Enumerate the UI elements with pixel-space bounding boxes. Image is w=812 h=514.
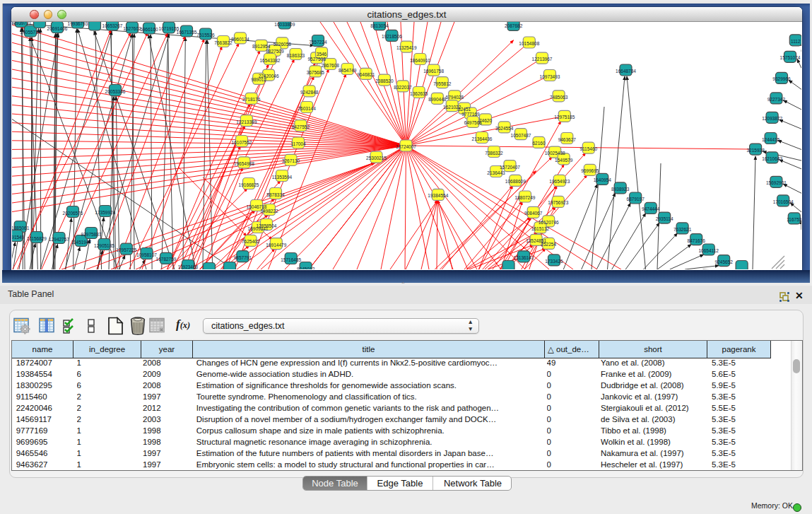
svg-text:9245652: 9245652 bbox=[715, 259, 734, 264]
svg-text:16107552: 16107552 bbox=[232, 140, 252, 145]
svg-text:25300215: 25300215 bbox=[366, 156, 387, 160]
svg-text:8186323: 8186323 bbox=[287, 53, 305, 58]
svg-text:10653267: 10653267 bbox=[102, 23, 123, 28]
svg-text:3546: 3546 bbox=[317, 52, 327, 57]
svg-text:12905185: 12905185 bbox=[94, 243, 114, 248]
svg-text:11923468: 11923468 bbox=[178, 264, 199, 269]
svg-text:19654923: 19654923 bbox=[549, 179, 570, 184]
svg-text:2867608: 2867608 bbox=[322, 63, 340, 68]
svg-text:62160: 62160 bbox=[532, 141, 545, 146]
svg-text:8938923: 8938923 bbox=[611, 187, 630, 192]
svg-text:117004: 117004 bbox=[290, 141, 306, 146]
svg-text:19654988: 19654988 bbox=[234, 161, 254, 166]
svg-text:19936793: 19936793 bbox=[68, 22, 88, 26]
svg-text:2935114: 2935114 bbox=[656, 216, 673, 221]
svg-text:17957225: 17957225 bbox=[116, 247, 136, 252]
svg-text:2136443: 2136443 bbox=[487, 170, 505, 175]
svg-text:10654112: 10654112 bbox=[698, 248, 719, 253]
svg-text:1885061: 1885061 bbox=[12, 226, 30, 230]
svg-text:12213967: 12213967 bbox=[532, 57, 553, 62]
svg-text:19166825: 19166825 bbox=[239, 182, 259, 187]
svg-text:8813054: 8813054 bbox=[370, 23, 389, 28]
svg-text:10025438: 10025438 bbox=[545, 151, 565, 156]
svg-text:8912954: 8912954 bbox=[252, 44, 271, 49]
svg-text:9245012: 9245012 bbox=[297, 267, 315, 270]
svg-text:16033809: 16033809 bbox=[274, 22, 295, 27]
svg-text:9084067: 9084067 bbox=[524, 211, 543, 216]
svg-text:8960124: 8960124 bbox=[231, 37, 249, 42]
svg-text:20206576: 20206576 bbox=[63, 211, 83, 216]
svg-text:16120746: 16120746 bbox=[539, 220, 559, 225]
svg-text:2388520: 2388520 bbox=[375, 78, 394, 83]
svg-text:7632621: 7632621 bbox=[673, 227, 692, 232]
svg-text:15716485: 15716485 bbox=[281, 257, 301, 262]
svg-text:1549579: 1549579 bbox=[555, 158, 573, 163]
svg-text:6966160: 6966160 bbox=[140, 27, 158, 32]
svg-text:15720407: 15720407 bbox=[500, 165, 520, 170]
svg-text:6879197: 6879197 bbox=[627, 197, 645, 201]
svg-text:8454749: 8454749 bbox=[339, 68, 357, 73]
svg-text:19384554: 19384554 bbox=[428, 193, 448, 198]
svg-text:10958107: 10958107 bbox=[136, 252, 157, 257]
svg-text:8471676: 8471676 bbox=[688, 238, 706, 243]
svg-text:3675685: 3675685 bbox=[307, 70, 325, 75]
svg-text:16543382: 16543382 bbox=[259, 58, 280, 63]
svg-text:2718176: 2718176 bbox=[242, 97, 261, 102]
svg-text:10507487: 10507487 bbox=[511, 133, 531, 138]
svg-text:2087682: 2087682 bbox=[505, 23, 523, 28]
svg-text:12213389: 12213389 bbox=[236, 119, 257, 124]
svg-text:3215938: 3215938 bbox=[746, 148, 765, 153]
svg-text:18724007: 18724007 bbox=[396, 144, 416, 149]
svg-text:3624554: 3624554 bbox=[495, 126, 514, 131]
svg-text:9329966: 9329966 bbox=[772, 76, 791, 81]
svg-text:12975185: 12975185 bbox=[554, 115, 575, 119]
svg-text:8827509: 8827509 bbox=[266, 49, 284, 54]
svg-text:5226058: 5226058 bbox=[273, 42, 292, 47]
svg-text:3267130: 3267130 bbox=[282, 158, 300, 163]
svg-text:9463627: 9463627 bbox=[558, 137, 577, 142]
svg-text:93975887: 93975887 bbox=[81, 232, 102, 237]
svg-text:14055714: 14055714 bbox=[20, 30, 41, 35]
svg-text:18807249: 18807249 bbox=[515, 195, 536, 200]
svg-text:391549: 391549 bbox=[12, 235, 25, 240]
svg-text:32451: 32451 bbox=[458, 107, 471, 112]
svg-text:20691406: 20691406 bbox=[47, 26, 68, 31]
svg-text:8990448: 8990448 bbox=[428, 97, 447, 102]
svg-text:12939721: 12939721 bbox=[12, 22, 32, 25]
svg-text:116753: 116753 bbox=[787, 217, 801, 222]
svg-text:15692901: 15692901 bbox=[766, 180, 787, 185]
svg-text:16961758: 16961758 bbox=[423, 69, 444, 74]
svg-text:1527602: 1527602 bbox=[123, 26, 141, 31]
svg-text:1362635: 1362635 bbox=[410, 91, 428, 96]
svg-text:7515526: 7515526 bbox=[196, 33, 215, 37]
svg-text:16671355: 16671355 bbox=[177, 30, 197, 35]
svg-text:18640910: 18640910 bbox=[410, 58, 430, 63]
svg-text:8427552: 8427552 bbox=[292, 124, 310, 129]
svg-text:1615132: 1615132 bbox=[531, 226, 550, 231]
svg-text:17016504: 17016504 bbox=[773, 199, 794, 204]
svg-text:9777169: 9777169 bbox=[461, 112, 480, 117]
svg-text:1640954: 1640954 bbox=[594, 177, 612, 182]
svg-text:11451947: 11451947 bbox=[71, 240, 92, 245]
svg-text:252254: 252254 bbox=[541, 242, 556, 247]
svg-text:20053346: 20053346 bbox=[105, 89, 126, 94]
svg-text:1112: 1112 bbox=[791, 39, 801, 44]
svg-text:12942757: 12942757 bbox=[49, 237, 69, 242]
svg-text:12093872: 12093872 bbox=[762, 116, 782, 121]
svg-text:12858504: 12858504 bbox=[257, 223, 277, 228]
svg-text:17359924: 17359924 bbox=[95, 210, 115, 215]
svg-text:6794028: 6794028 bbox=[446, 95, 464, 100]
svg-text:9227342: 9227342 bbox=[767, 97, 786, 102]
svg-text:9115460: 9115460 bbox=[579, 146, 597, 151]
svg-text:16914479: 16914479 bbox=[266, 243, 286, 247]
svg-text:15751074: 15751074 bbox=[780, 55, 801, 60]
svg-text:10154808: 10154808 bbox=[519, 41, 539, 46]
svg-text:74620: 74620 bbox=[479, 118, 492, 123]
svg-text:9646821: 9646821 bbox=[357, 72, 375, 77]
svg-text:11325419: 11325419 bbox=[396, 45, 417, 50]
svg-text:7955812: 7955812 bbox=[433, 81, 452, 86]
svg-text:989012: 989012 bbox=[251, 77, 266, 82]
svg-text:10973493: 10973493 bbox=[540, 74, 560, 79]
svg-text:9474444: 9474444 bbox=[642, 206, 660, 211]
svg-text:11156829: 11156829 bbox=[27, 236, 47, 241]
